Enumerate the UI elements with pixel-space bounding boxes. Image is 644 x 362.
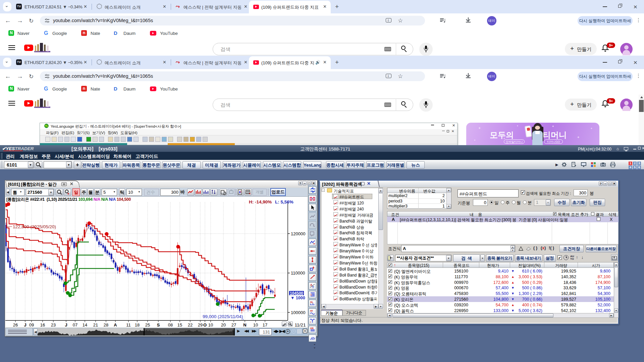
svg-text:L: 5,56%: L: 5,56% [275, 199, 293, 204]
svg-text:07: 07 [73, 322, 77, 327]
svg-text:f: f [310, 321, 311, 323]
svg-text:14: 14 [83, 322, 87, 327]
svg-text:10: 10 [208, 322, 213, 327]
svg-text:104500: 104500 [290, 291, 303, 296]
svg-text:f/R: f/R [310, 327, 314, 330]
svg-text:11/21: 11/21 [295, 322, 306, 327]
svg-text:21: 21 [93, 322, 98, 327]
svg-text:→: → [240, 316, 245, 321]
svg-text:28: 28 [104, 322, 108, 327]
svg-text:27: 27 [231, 322, 236, 327]
svg-text:N: N [243, 322, 246, 327]
svg-text:J: J [24, 322, 26, 327]
svg-text:23: 23 [51, 322, 56, 327]
svg-text:A: A [114, 322, 117, 327]
svg-text:18: 18 [135, 322, 140, 327]
svg-text:S: S [157, 322, 160, 327]
svg-text:99,000 (2025/11/04): 99,000 (2025/11/04) [203, 314, 243, 319]
svg-text:f/L: f/L [310, 301, 314, 304]
svg-text:22: 22 [188, 322, 193, 327]
svg-text:100000: 100000 [291, 310, 305, 315]
svg-text:120000: 120000 [291, 231, 305, 236]
svg-text:f/f: f/f [310, 309, 313, 312]
svg-text:09: 09 [29, 322, 34, 327]
svg-text:110000: 110000 [291, 270, 305, 276]
svg-text:J: J [65, 322, 67, 327]
svg-text:[통합]오리온 ##22:#1 (1,10) 2025/1: [통합]오리온 ##22:#1 (1,10) 2025/11/21 103,69… [6, 197, 131, 202]
svg-text:H: -14,90%: H: -14,90% [249, 199, 272, 204]
svg-text:08: 08 [168, 322, 173, 327]
svg-text:17: 17 [263, 322, 267, 327]
svg-text:10: 10 [253, 322, 258, 327]
svg-text:29: 29 [198, 322, 203, 327]
svg-text:O: O [203, 322, 207, 327]
svg-text:15: 15 [177, 322, 182, 327]
svg-text:26: 26 [13, 322, 18, 327]
svg-text:16: 16 [40, 322, 45, 327]
svg-text:▼ 1000: ▼ 1000 [290, 296, 305, 300]
svg-text:20: 20 [221, 322, 226, 327]
svg-text:25: 25 [145, 322, 150, 327]
svg-text:11: 11 [126, 322, 131, 327]
svg-text:122,800 (2025/05/20): 122,800 (2025/05/20) [13, 224, 56, 229]
